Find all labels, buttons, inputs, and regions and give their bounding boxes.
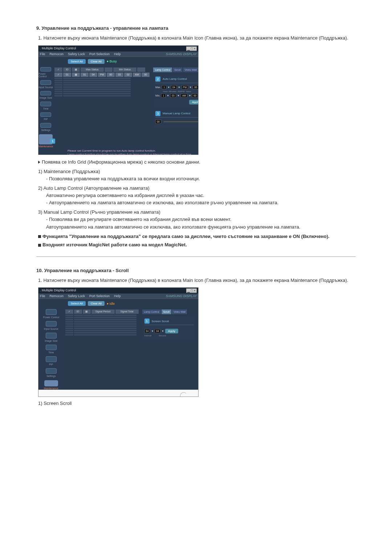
grid-row[interactable] <box>65 332 139 333</box>
menu-port-selection[interactable]: Port Selection <box>89 294 110 298</box>
r1c8: 00 <box>142 73 150 77</box>
r1c6: 02 <box>124 73 132 77</box>
grid-row[interactable] <box>65 325 139 327</box>
grid-row-1[interactable]: ✓01 ▦ 01 04 PM 00 03 02 AM 00 <box>54 73 150 77</box>
item3-sub1: - Позволява ви да регулирате осветяванет… <box>46 216 356 223</box>
apply-scroll-button[interactable]: Apply <box>165 329 178 333</box>
time-icon[interactable] <box>40 102 51 106</box>
maintenance-icon[interactable] <box>44 380 58 386</box>
grid-row[interactable] <box>65 315 139 316</box>
pip-label: PIP <box>49 363 53 366</box>
manual-lamp-title: Manual Lamp Control <box>163 112 190 115</box>
grid-row[interactable] <box>54 84 150 86</box>
window-buttons[interactable]: ▁ □ × <box>186 46 197 51</box>
max-hour[interactable]: 1 <box>162 85 166 89</box>
input-source-icon[interactable] <box>46 321 57 327</box>
r1c2: 04 <box>89 73 97 77</box>
grid-icon-header: ▦ <box>83 309 91 314</box>
right-panel: Lamp Control Scroll Video Wall 1 Screen … <box>140 308 198 390</box>
menu-file[interactable]: File <box>40 52 45 56</box>
auto-lamp-panel: 2 Auto Lamp Control Max. 1▼ 04▼ PM▼ 00▼ … <box>153 74 199 107</box>
window-titlebar: . Multiple Display Control ▁ □ × <box>38 46 198 52</box>
settings-icon[interactable] <box>40 123 51 128</box>
clear-all-button[interactable]: Clear All <box>88 301 105 306</box>
grid-id-header: ID <box>74 309 82 314</box>
max-val[interactable]: 00 <box>193 85 199 89</box>
grid-row[interactable] <box>54 82 150 83</box>
menu-safety-lock[interactable]: Safety Lock <box>68 294 85 298</box>
grid-row[interactable] <box>65 334 139 336</box>
time-label: Time <box>48 351 54 354</box>
grid-row[interactable] <box>54 86 150 88</box>
image-size-icon[interactable] <box>40 91 51 96</box>
menu-help[interactable]: Help <box>114 52 121 56</box>
time-icon[interactable] <box>46 345 57 350</box>
image-size-icon[interactable] <box>46 333 57 338</box>
tab-lamp-control[interactable]: Lamp Control <box>142 309 162 314</box>
grid-spacer2 <box>137 67 145 72</box>
tab-lamp-control[interactable]: Lamp Control <box>153 67 172 72</box>
menubar: File Remocon Safety Lock Port Selection … <box>38 52 198 57</box>
badge-1: 1 <box>50 139 55 144</box>
apply-auto-button[interactable]: Apply <box>189 100 199 104</box>
menu-safety-lock[interactable]: Safety Lock <box>68 52 85 56</box>
grid-row[interactable] <box>54 95 150 97</box>
grid-row[interactable] <box>65 330 139 331</box>
section9-note2: Входният източник MagicNet работи само н… <box>42 242 187 247</box>
pip-label: PIP <box>44 118 48 120</box>
item2-sub1: Автоматично регулира осветяването на изб… <box>46 192 356 199</box>
max-label: Max. <box>155 86 161 89</box>
pip-icon[interactable] <box>46 356 57 362</box>
menu-port-selection[interactable]: Port Selection <box>89 52 110 56</box>
clear-all-button[interactable]: Clear All <box>88 59 105 64</box>
grid-row[interactable] <box>65 321 139 323</box>
min-hour[interactable]: 1 <box>161 94 166 98</box>
grid-checkbox-header: ✓ <box>54 67 62 72</box>
grid-row[interactable] <box>65 317 139 318</box>
max-min[interactable]: 04 <box>171 85 177 89</box>
titlebar-text: . Multiple Display Control <box>40 288 76 293</box>
lbl-ampm: AM/PM <box>177 90 185 93</box>
brand-label: SAMSUNG DISPLAY <box>166 52 197 56</box>
tab-video-wall[interactable]: Video Wall <box>183 67 199 72</box>
note-line2: Lamp control function should be run by e… <box>68 153 195 155</box>
grid-row[interactable] <box>54 89 150 90</box>
max-ampm[interactable]: PM <box>181 85 188 89</box>
min-val[interactable]: 00 <box>192 94 198 98</box>
grid-row[interactable] <box>65 328 139 329</box>
input-source-icon[interactable] <box>40 80 51 85</box>
menu-remocon[interactable]: Remocon <box>50 294 64 298</box>
r1c4: 00 <box>107 73 115 77</box>
menu-remocon[interactable]: Remocon <box>50 52 64 56</box>
tab-video-wall[interactable]: Video Wall <box>172 309 188 314</box>
grid-row[interactable] <box>54 80 150 81</box>
lbl-second: Second <box>159 335 166 337</box>
tab-scroll[interactable]: Scroll <box>162 309 172 314</box>
grid-row[interactable] <box>54 93 150 94</box>
select-all-button[interactable]: Select All <box>68 59 86 64</box>
badge-2: 2 <box>155 77 160 82</box>
grid-row[interactable] <box>54 78 150 79</box>
item2: 2) Auto Lamp Control (Автоуправление на … <box>38 185 356 192</box>
lbl-minutes: Minutes <box>169 90 176 93</box>
min-ampm[interactable]: AM <box>181 94 188 98</box>
min-min[interactable]: 03 <box>170 94 176 98</box>
manual-value[interactable]: 00 <box>155 120 161 124</box>
item1-sub: - Позволява управление на поддръжката за… <box>46 175 356 182</box>
menu-help[interactable]: Help <box>114 294 121 298</box>
power-control-icon[interactable] <box>40 67 51 72</box>
window-buttons[interactable]: ▁ □ × <box>186 288 197 293</box>
settings-icon[interactable] <box>46 368 57 374</box>
power-control-icon[interactable] <box>46 309 57 315</box>
grid-row[interactable] <box>54 91 150 92</box>
select-all-button[interactable]: Select All <box>68 301 86 306</box>
r1c7: AM <box>133 73 141 77</box>
menu-file[interactable]: File <box>40 294 45 298</box>
tab-scroll[interactable]: Scroll <box>172 67 183 72</box>
pip-icon[interactable] <box>40 112 51 117</box>
grid-row[interactable] <box>65 323 139 325</box>
interval-dd[interactable]: 04 <box>144 329 150 333</box>
section10-item1: 1) Screen Scroll <box>38 401 356 406</box>
second-dd[interactable]: 04 <box>155 329 160 333</box>
grid-row[interactable] <box>65 319 139 320</box>
